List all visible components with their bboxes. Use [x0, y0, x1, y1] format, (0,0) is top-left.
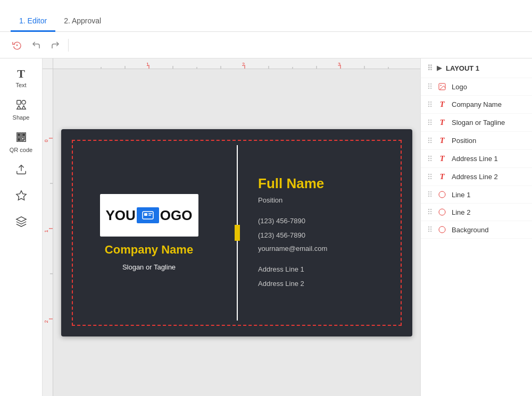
layer-background-drag: ⠿: [427, 225, 433, 234]
layer-address1-label: Address Line 1: [452, 155, 526, 163]
card-address1[interactable]: Address Line 1: [258, 264, 412, 275]
logo-text-you: YOU: [105, 207, 135, 224]
canvas-area: 1 2 3: [43, 58, 420, 396]
shape-tool[interactable]: Shape: [5, 95, 37, 125]
svg-rect-1: [16, 100, 20, 104]
card-address2[interactable]: Address Line 2: [258, 279, 412, 290]
svg-rect-12: [24, 138, 26, 139]
svg-marker-16: [16, 191, 26, 200]
layer-expand-icon[interactable]: ▶: [437, 64, 442, 72]
left-sidebar: T Text Shape: [0, 58, 43, 396]
layer-address1-drag: ⠿: [427, 155, 433, 163]
svg-text:3: 3: [338, 62, 340, 67]
layer-address1-text-icon: T: [437, 154, 447, 163]
ruler-vertical: 0 1 2: [43, 69, 53, 396]
svg-rect-8: [22, 134, 24, 136]
card-left-section: YOU OGO Company Name: [61, 129, 237, 336]
card-phone2[interactable]: (123) 456-7890: [258, 230, 412, 241]
svg-rect-13: [21, 140, 22, 141]
layer-line2-drag: ⠿: [427, 208, 433, 216]
top-navigation: 1. Editor 2. Approval: [0, 0, 532, 32]
ruler-horizontal-container: 1 2 3: [43, 58, 420, 69]
layer-company-label: Company Name: [452, 100, 526, 108]
layer-background-label: Background: [452, 226, 526, 234]
favorites-tool[interactable]: [5, 186, 37, 209]
layer-item-position[interactable]: ⠿ T Position: [421, 132, 532, 150]
svg-rect-44: [144, 213, 147, 216]
shape-tool-label: Shape: [13, 114, 30, 121]
svg-point-50: [439, 209, 445, 215]
svg-point-0: [16, 44, 18, 46]
layer-item-line1[interactable]: ⠿ Line 1: [421, 186, 532, 204]
layer-address2-text-icon: T: [437, 172, 447, 181]
layer-address2-drag: ⠿: [427, 173, 433, 181]
upload-tool[interactable]: [5, 159, 37, 183]
tab-approval[interactable]: 2. Approval: [55, 11, 110, 32]
svg-text:1: 1: [146, 62, 149, 67]
svg-rect-10: [18, 139, 20, 141]
mask-icon: [15, 216, 27, 230]
layer-company-text-icon: T: [437, 100, 447, 109]
layer-item-company-name[interactable]: ⠿ T Company Name: [421, 96, 532, 114]
layer-item-slogan[interactable]: ⠿ T Slogan or Tagline: [421, 114, 532, 132]
card-slogan[interactable]: Slogan or Tagline: [122, 263, 176, 271]
layer-item-address2[interactable]: ⠿ T Address Line 2: [421, 168, 532, 186]
card-company-name[interactable]: Company Name: [105, 243, 193, 257]
layer-drag-handle: ⠿: [427, 64, 433, 72]
svg-text:2: 2: [44, 320, 49, 323]
card-right-section: Full Name Position (123) 456-7890 (123) …: [237, 129, 412, 336]
text-tool[interactable]: T Text: [5, 63, 37, 92]
layer-position-text-icon: T: [437, 136, 447, 145]
redo-button[interactable]: [47, 37, 64, 54]
svg-marker-4: [21, 106, 25, 109]
layer-line1-label: Line 1: [452, 191, 526, 199]
svg-rect-14: [23, 140, 26, 142]
logo-icon-box: [137, 207, 159, 223]
layer-item-line2[interactable]: ⠿ Line 2: [421, 204, 532, 221]
layout-header-label: LAYOUT 1: [446, 64, 526, 72]
card-email[interactable]: yourname@email.com: [258, 245, 412, 252]
ruler-corner: [43, 58, 53, 69]
svg-marker-3: [16, 106, 20, 109]
qrcode-icon: [15, 131, 27, 146]
layer-address2-label: Address Line 2: [452, 173, 526, 181]
undo-button[interactable]: [28, 37, 45, 54]
upload-icon: [15, 164, 27, 178]
layer-item-logo[interactable]: ⠿ Logo: [421, 78, 532, 96]
right-panel-layers: ⠿ ▶ LAYOUT 1 ⠿ Logo ⠿ T Company Name ⠿: [420, 58, 532, 396]
layer-line1-shape-icon: [437, 190, 447, 199]
card-full-name[interactable]: Full Name: [258, 175, 412, 192]
layer-slogan-drag: ⠿: [427, 119, 433, 127]
toolbar: [0, 32, 532, 58]
layer-background-shape-icon: [437, 225, 447, 234]
history-button[interactable]: [9, 37, 26, 54]
svg-text:1: 1: [44, 230, 49, 232]
card-phone1[interactable]: (123) 456-7890: [258, 216, 412, 227]
layer-logo-icon: [437, 82, 447, 91]
tab-editor[interactable]: 1. Editor: [11, 11, 55, 32]
svg-text:2: 2: [242, 62, 245, 67]
layer-item-background[interactable]: ⠿ Background: [421, 221, 532, 239]
layer-line2-label: Line 2: [452, 208, 526, 216]
mask-tool[interactable]: [5, 212, 37, 235]
main-layout: T Text Shape: [0, 58, 532, 396]
qrcode-tool-label: QR code: [10, 147, 32, 153]
layer-header[interactable]: ⠿ ▶ LAYOUT 1: [421, 58, 532, 78]
canvas-row: 0 1 2 YOU: [43, 69, 420, 396]
layer-position-drag: ⠿: [427, 137, 433, 145]
shape-icon: [15, 99, 27, 113]
card-position[interactable]: Position: [258, 196, 412, 204]
card-logo[interactable]: YOU OGO: [100, 194, 198, 237]
layer-item-address1[interactable]: ⠿ T Address Line 1: [421, 150, 532, 168]
layer-logo-drag: ⠿: [427, 82, 433, 91]
business-card[interactable]: YOU OGO Company Name: [61, 129, 412, 336]
text-icon: T: [17, 67, 25, 81]
ruler-horizontal: 1 2 3: [53, 58, 420, 69]
star-icon: [15, 190, 27, 204]
canvas-content[interactable]: YOU OGO Company Name: [53, 69, 420, 396]
layer-line1-drag: ⠿: [427, 190, 433, 199]
svg-rect-45: [148, 213, 152, 214]
svg-point-48: [440, 85, 442, 86]
qrcode-tool[interactable]: QR code: [5, 127, 37, 157]
svg-point-2: [21, 100, 25, 104]
